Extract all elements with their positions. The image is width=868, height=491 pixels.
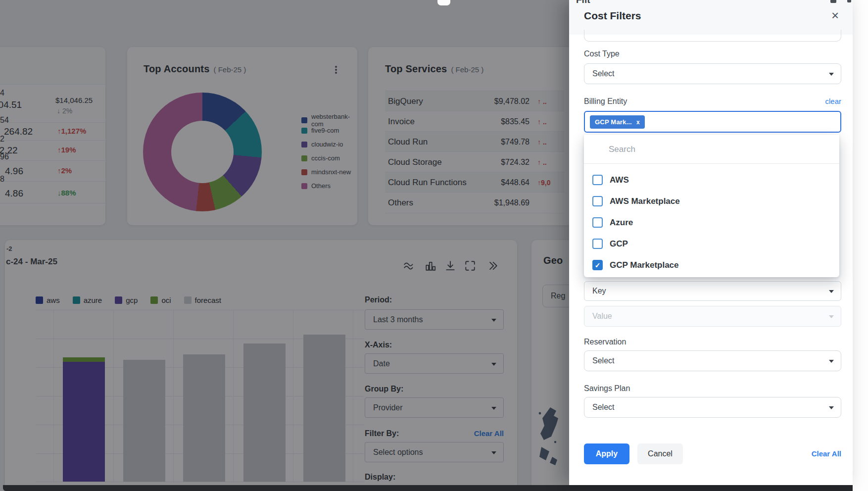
option-label: AWS Marketplace bbox=[610, 196, 680, 206]
cost-type-select[interactable]: Select bbox=[584, 63, 841, 84]
chevron-down-icon bbox=[829, 360, 834, 363]
billing-entity-dropdown: AWS AWS Marketplace Azure GCP GCP Market… bbox=[584, 135, 839, 277]
scrolled-field-fragment bbox=[584, 30, 841, 42]
chevron-down-icon bbox=[829, 73, 834, 76]
reservation-select[interactable]: Select bbox=[584, 350, 841, 371]
savings-plan-value: Select bbox=[592, 403, 614, 412]
divider bbox=[584, 163, 839, 164]
option-label: Azure bbox=[610, 218, 633, 228]
checkbox[interactable] bbox=[592, 217, 603, 228]
cost-filters-panel: Filt Cost Filters × Cost Type Select Bil… bbox=[569, 0, 853, 485]
chevron-down-icon bbox=[829, 290, 834, 293]
panel-title: Cost Filters bbox=[584, 10, 641, 22]
window-right-margin bbox=[853, 0, 868, 491]
window-bottom-edge bbox=[3, 485, 862, 491]
option-label: GCP Marketplace bbox=[610, 260, 679, 270]
value-select[interactable]: Value bbox=[584, 306, 841, 327]
option-gcp-marketplace[interactable]: GCP Marketplace bbox=[584, 254, 839, 276]
option-gcp[interactable]: GCP bbox=[584, 233, 839, 254]
chevron-down-icon bbox=[829, 406, 834, 409]
savings-plan-select[interactable]: Select bbox=[584, 397, 841, 418]
reservation-value: Select bbox=[592, 356, 614, 365]
cost-type-label: Cost Type bbox=[584, 49, 620, 58]
tag-label: GCP Mark... bbox=[595, 118, 632, 126]
checkbox[interactable] bbox=[592, 175, 603, 185]
cost-type-value: Select bbox=[592, 69, 614, 78]
key-select[interactable]: Key bbox=[584, 281, 841, 301]
billing-entity-label: Billing Entity bbox=[584, 97, 627, 106]
value-placeholder: Value bbox=[592, 312, 612, 321]
checkbox[interactable] bbox=[592, 239, 603, 249]
chevron-down-icon bbox=[829, 315, 834, 318]
option-label: AWS bbox=[610, 175, 629, 185]
savings-plan-label: Savings Plan bbox=[584, 384, 630, 393]
app-screen: 4 54 2 96 8 204.51 264.82 62.22 4.96 4.8… bbox=[0, 0, 868, 491]
tag-remove-icon[interactable]: x bbox=[636, 119, 640, 126]
option-aws[interactable]: AWS bbox=[584, 169, 839, 191]
selected-filter-tag[interactable]: GCP Mark... x bbox=[590, 115, 645, 129]
billing-entity-multiselect[interactable]: GCP Mark... x bbox=[584, 111, 841, 133]
panel-top-clipped-fragment: Filt bbox=[576, 0, 590, 6]
clipped-icon-fragment bbox=[830, 0, 836, 3]
option-azure[interactable]: Azure bbox=[584, 212, 839, 233]
reservation-label: Reservation bbox=[584, 338, 626, 346]
checkbox[interactable] bbox=[592, 196, 603, 206]
billing-entity-clear-link[interactable]: clear bbox=[807, 97, 841, 105]
cancel-button[interactable]: Cancel bbox=[637, 443, 683, 464]
close-icon[interactable]: × bbox=[831, 9, 839, 22]
key-value: Key bbox=[592, 287, 606, 295]
option-aws-marketplace[interactable]: AWS Marketplace bbox=[584, 191, 839, 212]
popover-top-fragment bbox=[437, 0, 450, 5]
search-input[interactable] bbox=[594, 140, 830, 159]
clear-all-link[interactable]: Clear All bbox=[787, 449, 841, 458]
option-label: GCP bbox=[610, 239, 628, 249]
apply-button[interactable]: Apply bbox=[584, 443, 629, 464]
checkbox[interactable] bbox=[592, 260, 603, 270]
clipped-icon-fragment bbox=[847, 0, 851, 2]
